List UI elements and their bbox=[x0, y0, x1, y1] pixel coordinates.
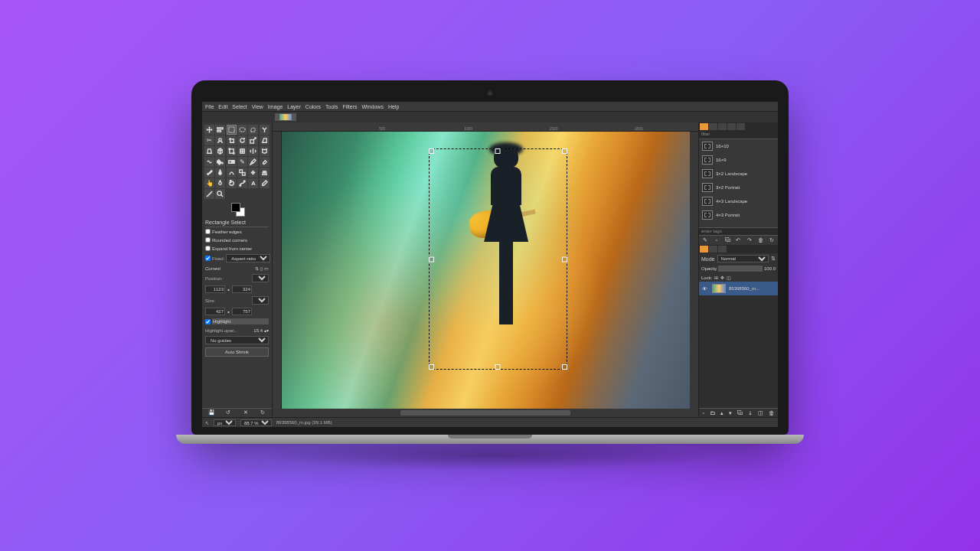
duplicate-icon[interactable]: ⿻ bbox=[724, 237, 731, 244]
selection-marquee[interactable] bbox=[429, 148, 567, 370]
preset-item[interactable]: 3×2 Portrait bbox=[699, 181, 778, 194]
tag-filter[interactable]: enter tags bbox=[699, 227, 778, 236]
canvas[interactable] bbox=[282, 132, 690, 409]
redo-icon[interactable]: ↷ bbox=[746, 237, 753, 244]
menu-edit[interactable]: Edit bbox=[218, 104, 227, 109]
tool-rotate[interactable] bbox=[237, 135, 247, 145]
dock-tab-fonts[interactable] bbox=[718, 123, 727, 130]
size-unit[interactable]: px bbox=[252, 296, 269, 305]
tool-text[interactable]: A bbox=[248, 178, 258, 188]
guides-select[interactable]: No guides bbox=[205, 336, 269, 344]
reset-options-icon[interactable]: ↻ bbox=[259, 409, 266, 416]
link-icon[interactable]: ⚬ bbox=[227, 287, 230, 292]
tool-path[interactable] bbox=[237, 178, 247, 188]
tool-color-picker[interactable] bbox=[260, 178, 270, 188]
selection-handle-mr[interactable] bbox=[562, 256, 567, 262]
tool-handle-transform[interactable] bbox=[227, 146, 237, 156]
tool-move[interactable] bbox=[204, 125, 214, 135]
tool-eraser[interactable] bbox=[260, 157, 270, 167]
undo-icon[interactable]: ↶ bbox=[735, 237, 742, 244]
position-x-input[interactable] bbox=[205, 285, 225, 293]
portrait-icon[interactable]: ▯ bbox=[260, 266, 263, 271]
tool-flip[interactable] bbox=[248, 146, 258, 156]
dock-tab-paths[interactable] bbox=[718, 246, 727, 253]
tool-free-select[interactable] bbox=[248, 125, 258, 135]
dock-tab-brushes[interactable] bbox=[700, 123, 708, 130]
menu-image[interactable]: Image bbox=[268, 104, 283, 109]
tool-paintbrush[interactable] bbox=[248, 157, 258, 167]
menu-colors[interactable]: Colors bbox=[305, 104, 321, 109]
swap-icon[interactable]: ⇅ bbox=[255, 266, 259, 271]
tool-scale[interactable] bbox=[248, 135, 258, 145]
lock-pixels-icon[interactable]: ⊞ bbox=[714, 275, 718, 280]
new-layer-icon[interactable]: ▫ bbox=[703, 410, 704, 416]
expand-checkbox[interactable] bbox=[205, 246, 211, 251]
menu-tools[interactable]: Tools bbox=[325, 104, 338, 109]
tool-gradient[interactable] bbox=[227, 157, 237, 167]
lock-position-icon[interactable]: ✥ bbox=[720, 275, 724, 280]
dock-tab-channels[interactable] bbox=[709, 246, 717, 253]
menu-help[interactable]: Help bbox=[388, 104, 399, 109]
menu-file[interactable]: File bbox=[205, 104, 214, 109]
visibility-icon[interactable]: 👁 bbox=[702, 286, 709, 292]
scrollbar-horizontal[interactable] bbox=[273, 409, 698, 417]
save-options-icon[interactable]: 💾 bbox=[208, 409, 215, 416]
tool-airbrush[interactable] bbox=[204, 168, 214, 178]
scrollbar-vertical[interactable] bbox=[690, 132, 698, 409]
rounded-checkbox[interactable] bbox=[205, 237, 211, 243]
tool-shear[interactable] bbox=[260, 135, 270, 145]
unit-select[interactable]: px bbox=[214, 419, 236, 426]
fixed-checkbox[interactable] bbox=[205, 256, 211, 261]
tool-blur[interactable] bbox=[215, 178, 225, 188]
spinner-icon[interactable]: ▴▾ bbox=[264, 328, 269, 333]
size-h-input[interactable] bbox=[232, 308, 252, 315]
mode-switch-icon[interactable]: ⇅ bbox=[771, 256, 776, 262]
tool-ink[interactable] bbox=[215, 168, 225, 178]
selection-handle-tr[interactable] bbox=[562, 148, 567, 154]
duplicate-layer-icon[interactable]: ⿻ bbox=[737, 410, 743, 416]
layer-row[interactable]: 👁 89398560_m... bbox=[699, 282, 778, 295]
edit-icon[interactable]: ✎ bbox=[702, 237, 709, 244]
restore-options-icon[interactable]: ↺ bbox=[225, 409, 232, 416]
size-w-input[interactable] bbox=[205, 308, 225, 315]
tool-dodge-burn[interactable] bbox=[227, 178, 237, 188]
tool-heal[interactable] bbox=[248, 168, 258, 178]
tool-smudge[interactable]: 👆 bbox=[204, 178, 214, 188]
menu-layer[interactable]: Layer bbox=[287, 104, 301, 109]
tool-crop[interactable] bbox=[227, 135, 237, 145]
tool-rect-select[interactable] bbox=[227, 125, 237, 135]
merge-layer-icon[interactable]: ⤓ bbox=[748, 410, 753, 416]
selection-handle-bl[interactable] bbox=[429, 364, 434, 370]
dock-tab-history[interactable] bbox=[727, 123, 736, 130]
new-group-icon[interactable]: 🗀 bbox=[710, 410, 715, 416]
selection-handle-ml[interactable] bbox=[429, 256, 434, 262]
new-icon[interactable]: ▫ bbox=[713, 237, 720, 244]
tool-zoom[interactable] bbox=[215, 189, 225, 199]
layer-name[interactable]: 89398560_m... bbox=[729, 286, 760, 291]
preset-item[interactable]: 16×9 bbox=[699, 153, 778, 167]
tool-align[interactable] bbox=[215, 125, 225, 135]
dock-tab-layers[interactable] bbox=[700, 246, 708, 253]
selection-handle-tm[interactable] bbox=[495, 148, 501, 154]
landscape-icon[interactable]: ▭ bbox=[264, 266, 269, 271]
mode-select[interactable]: Normal bbox=[717, 255, 769, 262]
dock-tab-paint[interactable] bbox=[737, 123, 745, 130]
selection-handle-bm[interactable] bbox=[495, 364, 501, 370]
auto-shrink-button[interactable]: Auto Shrink bbox=[205, 347, 269, 357]
menu-view[interactable]: View bbox=[252, 104, 263, 109]
fixed-select[interactable]: Aspect ratio bbox=[226, 254, 270, 262]
position-unit[interactable]: px bbox=[252, 274, 269, 282]
link-icon[interactable]: ⚬ bbox=[227, 309, 230, 315]
delete-options-icon[interactable]: ✕ bbox=[242, 409, 249, 416]
tool-perspective[interactable] bbox=[204, 146, 214, 156]
selection-handle-br[interactable] bbox=[562, 364, 567, 370]
preset-item[interactable]: 3×2 Landscape bbox=[699, 167, 778, 181]
refresh-icon[interactable]: ↻ bbox=[768, 237, 775, 244]
delete-layer-icon[interactable]: 🗑 bbox=[769, 410, 774, 416]
opacity-slider[interactable] bbox=[718, 266, 763, 272]
preset-item[interactable]: 4×3 Landscape bbox=[699, 194, 778, 208]
selection-handle-tl[interactable] bbox=[429, 148, 434, 154]
feather-checkbox[interactable] bbox=[205, 229, 211, 234]
tool-fuzzy-select[interactable] bbox=[260, 125, 270, 135]
delete-icon[interactable]: 🗑 bbox=[757, 237, 764, 244]
